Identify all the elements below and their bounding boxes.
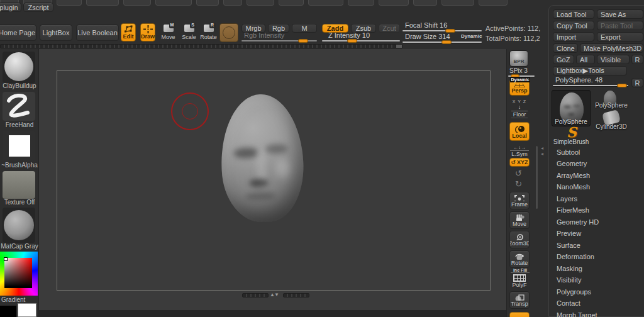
scale-button[interactable]: S Scale bbox=[180, 23, 197, 42]
menu-zscript[interactable]: Zscript bbox=[23, 3, 53, 12]
menu-stub[interactable] bbox=[247, 0, 274, 6]
r-button[interactable]: R bbox=[631, 55, 643, 64]
polyf-button[interactable]: PolyF bbox=[509, 273, 530, 289]
menu-stub[interactable] bbox=[308, 0, 343, 6]
load-tool-button[interactable]: Load Tool bbox=[553, 9, 594, 19]
rgb-intensity-handle[interactable] bbox=[298, 39, 308, 43]
section-visibility[interactable]: Visibility bbox=[557, 276, 644, 284]
spin-z-icon[interactable]: ↻ bbox=[515, 179, 522, 189]
shelf-scroll-arrows[interactable]: ◂ ◂ bbox=[541, 145, 543, 157]
clone-button[interactable]: Clone bbox=[553, 43, 578, 53]
local-button[interactable]: Local bbox=[509, 122, 530, 141]
menu-stub[interactable] bbox=[123, 0, 151, 6]
current-texture-thumb[interactable] bbox=[3, 171, 35, 199]
shelf-move-button[interactable]: Move bbox=[509, 211, 530, 229]
section-masking[interactable]: Masking bbox=[557, 265, 644, 272]
color-picker[interactable] bbox=[0, 252, 38, 296]
frame-button[interactable]: Frame bbox=[509, 192, 530, 209]
focal-shift-slider[interactable]: Focal Shift 16 bbox=[402, 21, 482, 31]
draw-button[interactable]: Draw bbox=[140, 23, 155, 42]
xyz-button[interactable]: ↺ XYZ bbox=[509, 158, 530, 167]
menu-stub[interactable] bbox=[86, 0, 119, 6]
menu-stub[interactable] bbox=[379, 0, 409, 6]
section-arraymesh[interactable]: ArrayMesh bbox=[557, 172, 644, 179]
top-tray-divider[interactable] bbox=[0, 44, 402, 48]
section-preview[interactable]: Preview bbox=[557, 230, 644, 237]
bpr-button[interactable]: BPR bbox=[509, 50, 528, 67]
visible-button[interactable]: Visible bbox=[597, 55, 630, 64]
section-surface[interactable]: Surface bbox=[557, 242, 644, 249]
edit-button[interactable]: Edit bbox=[121, 23, 136, 42]
polysphere-slider[interactable]: PolySphere. 48 bbox=[553, 76, 628, 86]
section-contact[interactable]: Contact bbox=[557, 299, 644, 307]
menu-stub[interactable] bbox=[223, 0, 242, 6]
draw-size-handle[interactable] bbox=[441, 40, 452, 44]
slider-r-button[interactable]: R bbox=[631, 78, 643, 87]
menu-stub[interactable] bbox=[155, 0, 192, 6]
section-nanomesh[interactable]: NanoMesh bbox=[557, 183, 644, 191]
rotate-button[interactable]: R Rotate bbox=[199, 23, 218, 42]
menu-stub[interactable] bbox=[196, 0, 219, 6]
live-boolean-button[interactable]: Live Boolean bbox=[76, 25, 119, 41]
all-button[interactable]: All bbox=[576, 55, 595, 64]
spin-y-icon[interactable]: ↺ bbox=[515, 169, 522, 178]
make-polymesh3d-button[interactable]: Make PolyMesh3D bbox=[580, 43, 643, 53]
import-button[interactable]: Import bbox=[553, 32, 594, 42]
paste-tool-button[interactable]: Paste Tool bbox=[597, 21, 643, 30]
line-fill-label[interactable]: ine Fill bbox=[511, 268, 530, 273]
canvas-viewport[interactable]: ▲▼ bbox=[39, 49, 506, 310]
export-button[interactable]: Export bbox=[597, 32, 643, 42]
current-material-thumb[interactable] bbox=[3, 208, 35, 243]
secondary-color-swatch[interactable] bbox=[0, 306, 16, 317]
section-geometry-hd[interactable]: Geometry HD bbox=[557, 218, 644, 226]
menu-stub[interactable] bbox=[441, 0, 474, 6]
menu-stub[interactable] bbox=[413, 0, 437, 6]
section-deformation[interactable]: Deformation bbox=[557, 253, 644, 260]
shelf-scrollbar[interactable] bbox=[536, 146, 538, 209]
copy-tool-button[interactable]: Copy Tool bbox=[553, 21, 594, 30]
current-alpha-thumb[interactable] bbox=[3, 131, 35, 161]
z-intensity-handle[interactable] bbox=[347, 39, 357, 43]
menu-stub[interactable] bbox=[348, 0, 374, 6]
move-gyro-icon: M bbox=[164, 25, 174, 32]
menu-stub[interactable] bbox=[57, 0, 82, 6]
polysphere-handle[interactable] bbox=[617, 84, 627, 87]
shelf-rotate-button[interactable]: Rotate bbox=[509, 250, 530, 268]
transp-button[interactable]: Transp bbox=[509, 291, 530, 309]
lightbox-tools-button[interactable]: Lightbox▶Tools bbox=[553, 66, 627, 75]
current-stroke-thumb[interactable] bbox=[3, 92, 35, 121]
zoom3d-button[interactable]: Zoom3D bbox=[509, 231, 530, 248]
menu-stub[interactable] bbox=[479, 0, 508, 6]
bottom-tray-left[interactable] bbox=[242, 293, 269, 298]
save-as-button[interactable]: Save As bbox=[597, 9, 643, 19]
section-geometry[interactable]: Geometry bbox=[557, 160, 644, 167]
spix-slider[interactable]: SPix 3 bbox=[508, 67, 535, 77]
lsym-button[interactable]: ←↓→ L.Sym bbox=[509, 143, 530, 157]
simplebrush-thumb[interactable]: S SimpleBrush bbox=[552, 129, 591, 145]
move-button[interactable]: M Move bbox=[160, 23, 177, 42]
main-color-swatch[interactable] bbox=[18, 303, 36, 317]
section-morph-target[interactable]: Morph Target bbox=[557, 311, 644, 317]
active-tool-thumb[interactable]: PolySphere bbox=[552, 90, 591, 126]
z-intensity-slider[interactable]: Z Intensity 10 bbox=[322, 31, 400, 42]
saturation-square[interactable] bbox=[4, 258, 32, 288]
top-tray-handle[interactable] bbox=[396, 44, 402, 48]
recent-cylinder-thumb[interactable]: Cylinder3D bbox=[592, 110, 630, 130]
section-subtool[interactable]: Subtool bbox=[557, 148, 644, 156]
stroke-circle-icon[interactable] bbox=[219, 23, 238, 42]
ghost-button-partial[interactable] bbox=[509, 312, 530, 317]
menu-zplugin[interactable]: plugin bbox=[0, 3, 21, 12]
section-fibermesh[interactable]: FiberMesh bbox=[557, 206, 644, 214]
recent-polysphere-thumb[interactable]: PolySphere bbox=[592, 90, 630, 109]
current-brush-thumb[interactable] bbox=[3, 52, 35, 83]
rgb-intensity-slider[interactable]: Rgb Intensity bbox=[242, 31, 317, 42]
lightbox-button[interactable]: LightBox bbox=[40, 25, 72, 41]
tray-toggle-arrows[interactable]: ▲▼ bbox=[270, 292, 279, 298]
section-polygroups[interactable]: Polygroups bbox=[557, 288, 644, 296]
goz-button[interactable]: GoZ bbox=[553, 55, 574, 64]
bottom-tray-right[interactable] bbox=[283, 293, 309, 298]
home-page-button[interactable]: Home Page bbox=[0, 25, 36, 41]
section-layers[interactable]: Layers bbox=[557, 195, 644, 203]
floor-button[interactable]: X Y Z ↓ Floor bbox=[509, 98, 530, 120]
menu-stub[interactable] bbox=[279, 0, 304, 6]
